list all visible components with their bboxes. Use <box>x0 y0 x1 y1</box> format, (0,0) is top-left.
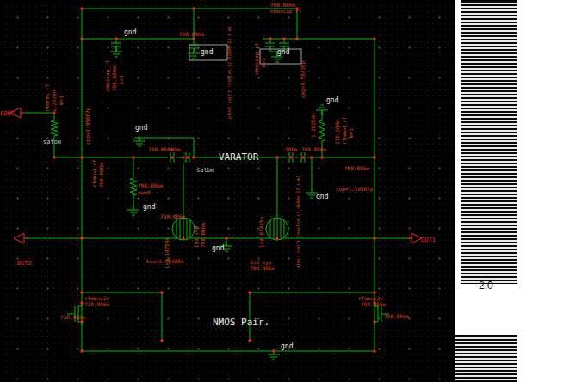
schematic-label[interactable]: 1.2828n <box>51 89 57 112</box>
schematic-label[interactable]: 798.886m <box>301 146 326 152</box>
junction-dot <box>81 38 84 40</box>
schematic-label[interactable]: Ind_sym <box>193 225 200 248</box>
schematic-label[interactable]: 100m <box>285 146 298 152</box>
schematic-label[interactable]: 178.584m <box>334 120 340 145</box>
schematic-label[interactable]: 798.886m <box>138 182 163 188</box>
capacitor[interactable] <box>265 43 275 46</box>
schematic-label[interactable]: nmoscap_rf <box>253 42 260 74</box>
junction-dot <box>81 292 84 294</box>
gnd-symbol[interactable] <box>110 46 122 57</box>
capacitor[interactable] <box>111 43 121 46</box>
schematic-label[interactable]: gnd <box>143 203 156 211</box>
resistor[interactable] <box>130 175 137 199</box>
junction-dot <box>374 292 376 294</box>
schematic-label[interactable]: rfmmse2v <box>358 295 383 301</box>
schematic-label[interactable]: NMOS Pair. <box>213 317 269 328</box>
schematic-label[interactable]: pw=0 <box>138 189 151 196</box>
junction-dot <box>115 38 118 40</box>
schematic-label[interactable]: 1.28284n <box>310 113 316 138</box>
junction-dot <box>290 157 293 159</box>
schematic-label[interactable]: rfmmod_rf <box>341 116 348 145</box>
resistor[interactable] <box>51 117 58 139</box>
capacitor[interactable] <box>279 43 289 46</box>
schematic-label[interactable]: rfmmse2v <box>84 295 109 301</box>
schematic-label[interactable]: gnd <box>212 244 225 252</box>
schematic-label[interactable]: satbm <box>196 167 214 174</box>
schematic-label[interactable]: gnd <box>316 193 329 200</box>
schematic-label[interactable]: gnd <box>277 48 290 56</box>
capacitor[interactable] <box>189 45 199 48</box>
junction-dot <box>249 292 251 294</box>
schematic-label[interactable]: nmoscap_rf <box>270 8 302 15</box>
schematic-label[interactable]: 798.886m <box>361 301 386 307</box>
schematic-label[interactable]: 798.886m <box>179 31 204 37</box>
junction-dot <box>81 8 84 10</box>
junction-dot <box>81 237 84 240</box>
schematic-label[interactable]: 798.886m <box>344 165 369 171</box>
schematic-label[interactable]: gnd <box>201 48 214 56</box>
io-pin[interactable] <box>14 233 24 243</box>
schematic-label[interactable]: gnd <box>124 28 137 36</box>
schematic-svg[interactable]: VARATORNMOS Pair.gndgndgndgndgndgndgndgn… <box>0 0 455 382</box>
junction-dot <box>276 237 279 240</box>
background-window: 2.0 <box>455 0 588 382</box>
junction-dot <box>374 157 376 159</box>
schematic-label[interactable]: 100m <box>168 146 181 152</box>
resistor[interactable] <box>319 117 325 145</box>
junction-dot <box>249 340 251 342</box>
junction-dot <box>226 237 228 240</box>
schematic-label[interactable]: rfmmod_rf <box>91 159 98 188</box>
schematic-label[interactable]: plus: can't resolve (2.4188e-13 + m) <box>295 176 301 268</box>
schematic-label[interactable]: 798.886m <box>160 213 185 219</box>
schematic-label[interactable]: cop=1.19387p <box>336 186 374 193</box>
schematic-label[interactable]: 738.986m <box>84 301 109 307</box>
schematic-label[interactable]: OUT2 <box>17 260 32 267</box>
junction-dot <box>374 237 376 240</box>
schematic-label[interactable]: 738.986m <box>60 314 85 320</box>
schematic-label[interactable]: CONT <box>0 110 15 117</box>
schematic-label[interactable]: l=4.87415n <box>258 216 264 248</box>
schematic-label[interactable]: VARATOR <box>219 151 259 163</box>
schematic-label[interactable]: 798.886m <box>384 313 409 319</box>
background-window-pattern-top <box>461 0 517 284</box>
junction-dot <box>374 350 376 353</box>
schematic-label[interactable]: 798.886m <box>250 265 275 271</box>
junction-dot <box>193 38 195 40</box>
schematic-label[interactable]: plus: can't resolve (2.4188e-13 + m) <box>226 26 232 119</box>
junction-dot <box>133 157 135 159</box>
schematic-label[interactable]: l=1.14754n <box>164 237 170 268</box>
junction-dot <box>53 157 56 159</box>
schematic-label[interactable]: nmoscap_rf <box>104 59 111 91</box>
schematic-label[interactable]: 798.886m <box>111 66 117 91</box>
schematic-label[interactable]: cop=1.95087p <box>84 107 91 145</box>
junction-dot <box>321 157 324 159</box>
schematic-label[interactable]: gnd <box>281 342 294 350</box>
schematic-label[interactable]: rfmres_rf <box>44 83 51 112</box>
schematic-canvas[interactable]: VARATORNMOS Pair.gndgndgndgndgndgndgndgn… <box>0 0 455 382</box>
schematic-label[interactable]: 798.886m <box>98 163 104 188</box>
junction-dot <box>311 157 313 159</box>
schematic-label[interactable]: m=1 <box>58 96 64 105</box>
schematic-label[interactable]: 798.886m <box>200 223 206 248</box>
schematic-label[interactable]: m=1 <box>348 128 354 138</box>
gnd-symbol[interactable] <box>316 105 328 115</box>
schematic-label[interactable]: gnd <box>135 124 148 132</box>
junction-dot <box>296 38 299 40</box>
schematic-label[interactable]: m=1 <box>118 75 124 84</box>
junction-dot <box>161 340 164 342</box>
junction-dot <box>187 157 189 159</box>
junction-dot <box>81 302 84 305</box>
schematic-label[interactable]: gnd <box>326 96 339 104</box>
zoom-level: 2.0 <box>479 280 493 292</box>
junction-dot <box>193 8 195 10</box>
schematic-label[interactable]: cap=4.58426p <box>300 60 306 98</box>
junction-dot <box>81 350 84 353</box>
schematic-label[interactable]: OUT1 <box>421 237 436 243</box>
junction-dot <box>283 38 286 40</box>
junction-dot <box>183 237 185 240</box>
schematic-label[interactable]: m=1 <box>260 58 266 67</box>
gnd-symbol[interactable] <box>127 205 139 215</box>
junction-dot <box>374 321 376 323</box>
schematic-label[interactable]: 798.886m <box>270 2 295 8</box>
schematic-label[interactable]: satom <box>43 139 61 145</box>
